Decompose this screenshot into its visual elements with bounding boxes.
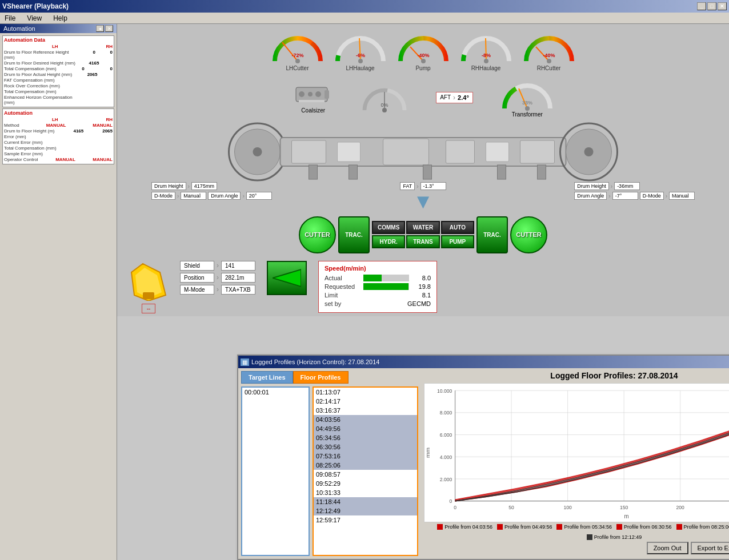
svg-text:-6%: -6%	[355, 53, 364, 58]
drum-right-mode-row: D-Mode › Manual	[640, 192, 695, 200]
legend-item-6: Profile from 12:12:49	[587, 534, 642, 540]
svg-rect-40	[309, 165, 318, 179]
minimize-btn[interactable]: _	[697, 2, 706, 10]
floor-item-3[interactable]: 04:03:56	[314, 415, 417, 424]
legend-item-1: Profile from 04:49:56	[497, 524, 552, 530]
comms-btn[interactable]: COMMS	[372, 221, 405, 234]
tab-floor-profiles[interactable]: Floor Profiles	[293, 371, 349, 384]
floor-item-9[interactable]: 09:08:57	[314, 470, 417, 479]
chart-title: Logged Floor Profiles: 27.08.2014	[424, 371, 729, 380]
svg-point-19	[315, 91, 321, 97]
title-bar: VShearer (Playback) _ □ ✕	[0, 0, 729, 13]
floor-item-13[interactable]: 12:12:49	[314, 506, 417, 515]
left-arrow-btn[interactable]	[267, 261, 307, 295]
fat-row: FAT › -1.3°	[400, 182, 446, 190]
svg-text:100: 100	[563, 505, 571, 511]
gauge-rhcutter-svg: -40%	[523, 30, 575, 64]
hydr-btn[interactable]: HYDR.	[372, 235, 405, 248]
close-btn[interactable]: ✕	[718, 2, 727, 10]
gauge-lhcutter-label: LHCutter	[286, 65, 309, 71]
export-excel-btn[interactable]: Export to Excel	[691, 542, 729, 554]
floor-item-0[interactable]: 01:13:07	[314, 388, 417, 397]
svg-text:0: 0	[454, 505, 456, 511]
panel-close-btn[interactable]: ✕	[105, 25, 113, 32]
svg-rect-32	[338, 142, 361, 162]
menu-file[interactable]: File	[2, 13, 18, 23]
gauge-lhhaulage: -6% LHHaulage	[335, 30, 386, 71]
trac-right-btn[interactable]: TRAC.	[476, 216, 508, 253]
pump-btn[interactable]: PUMP	[441, 235, 474, 248]
svg-point-10	[484, 59, 488, 63]
cutter-left-btn[interactable]: CUTTER	[299, 216, 336, 253]
gauge-lhhaulage-label: LHHaulage	[346, 65, 374, 71]
legend-label-4: Profile from 08:25:06	[684, 524, 729, 530]
legend-label-2: Profile from 05:34:56	[564, 524, 612, 530]
trac-left-btn[interactable]: TRAC.	[338, 216, 370, 253]
left-panel: Automation ◄ ✕ Automation Data LH RH Dru…	[0, 24, 117, 560]
zoom-out-btn[interactable]: Zoom Out	[647, 542, 688, 554]
mmode-arrow-icon: ›	[217, 285, 219, 293]
svg-rect-47	[143, 292, 154, 299]
mode-left-value: --	[142, 304, 156, 313]
auto-data-title-1: Automation Data	[4, 37, 113, 43]
svg-text:33%: 33%	[522, 100, 532, 106]
floor-item-10[interactable]: 09:52:29	[314, 479, 417, 488]
floor-item-1[interactable]: 02:14:17	[314, 397, 417, 406]
trans-btn[interactable]: TRANS	[406, 235, 439, 248]
left-arrow-icon	[273, 267, 301, 289]
floor-item-2[interactable]: 03:16:37	[314, 406, 417, 415]
auto-btn[interactable]: AUTO	[441, 221, 474, 234]
data-row-header2: LH RH	[4, 117, 113, 122]
drum-right-info: Drum Height › -36mm Drum Angle › -7° D-M…	[574, 182, 695, 210]
gauge-rhhaulage: -8% RHHaulage	[460, 30, 512, 71]
menu-view[interactable]: View	[25, 13, 44, 23]
floor-item-8[interactable]: 08:25:06	[314, 461, 417, 470]
popup-content: Target Lines Floor Profiles 00:00:01 01:…	[238, 368, 729, 559]
svg-point-25	[525, 106, 530, 111]
data-row-heights: Drum to Floor Height (m) 4165 2065	[4, 128, 113, 134]
legend-color-0	[437, 524, 443, 530]
floor-list[interactable]: 01:13:07 02:14:17 03:16:37 04:03:56 04:4…	[313, 386, 418, 556]
speed-title: Speed(m/min)	[325, 265, 431, 272]
svg-marker-48	[273, 269, 301, 287]
cutter-right-btn[interactable]: CUTTER	[510, 216, 547, 253]
target-list-item-0[interactable]: 00:00:01	[242, 388, 309, 397]
tab-target-lines[interactable]: Target Lines	[241, 371, 293, 384]
floor-item-11[interactable]: 10:31:33	[314, 488, 417, 497]
floor-item-12[interactable]: 11:18:44	[314, 497, 417, 506]
floor-item-4[interactable]: 04:49:56	[314, 424, 417, 433]
svg-point-13	[547, 59, 551, 63]
panel-header: Automation ◄ ✕	[0, 24, 117, 33]
gauge-pump: -40% Pump	[398, 30, 449, 71]
speed-setby-value: GECMD	[402, 300, 431, 307]
floor-item-14[interactable]: 12:59:17	[314, 515, 417, 525]
popup-icon: ▦	[241, 358, 249, 366]
position-label: Position	[180, 273, 214, 283]
legend-label-6: Profile from 12:12:49	[594, 534, 642, 540]
floor-item-5[interactable]: 05:34:56	[314, 433, 417, 442]
maximize-btn[interactable]: □	[707, 2, 716, 10]
floor-item-7[interactable]: 07:53:16	[314, 452, 417, 461]
shield-info-fields: Shield › 141 Position › 282.1m M-Mode › …	[180, 261, 255, 295]
legend-color-3	[616, 524, 622, 530]
water-btn[interactable]: WATER	[406, 221, 439, 234]
speed-actual-bar	[363, 275, 409, 281]
panel-pin-btn[interactable]: ◄	[96, 25, 104, 32]
shield-label: Shield	[180, 261, 214, 271]
data-row-sample: Sample Error (mm)	[4, 151, 113, 156]
target-list[interactable]: 00:00:01	[241, 386, 310, 556]
menu-help[interactable]: Help	[51, 13, 70, 23]
floor-item-6[interactable]: 06:30:56	[314, 442, 417, 452]
panel-title: Automation	[3, 25, 35, 32]
legend-label-0: Profile from 04:03:56	[444, 524, 492, 530]
drum-right-angle-label: Drum Angle	[574, 192, 607, 200]
coalsizer-container: Coalsizer	[293, 82, 333, 114]
shield-row: Shield › 141	[180, 261, 255, 271]
drum-right-mode-label: D-Mode	[640, 192, 664, 200]
down-arrow-icon: ▼	[413, 194, 434, 210]
gauge-rhhaulage-svg: -8%	[460, 30, 512, 64]
chart-svg: 0 2.000 4.000 6.000 8.000 10.000 mm 0 50…	[424, 384, 729, 522]
aft-value: 2.4°	[458, 94, 469, 101]
data-row-comp: Total Compensation (mm) 0 0	[4, 66, 113, 71]
drum-info-row: Drum Height › 4175mm D-Mode › Manual Dru…	[123, 180, 723, 212]
